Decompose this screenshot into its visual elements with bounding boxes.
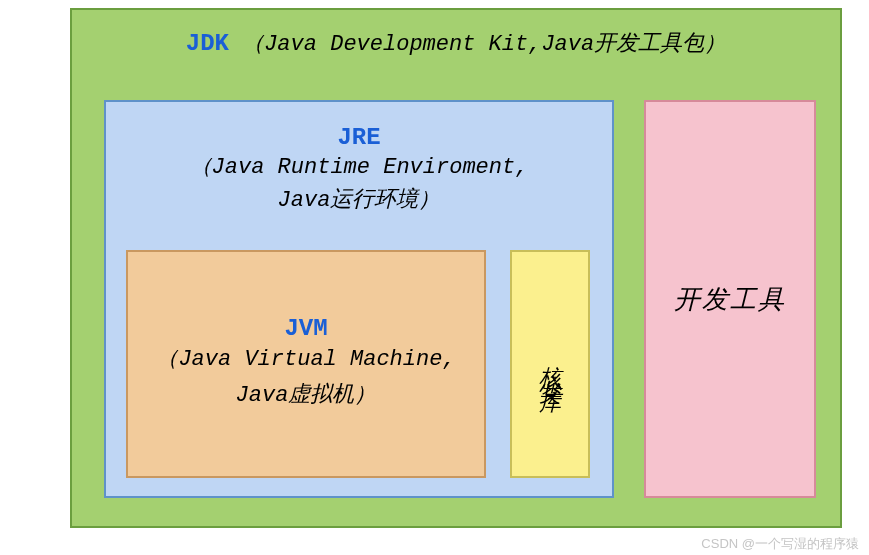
watermark: CSDN @一个写湿的程序猿 [701,535,859,553]
jre-title: JRE （Java Runtime Enviroment, Java运行环境） [106,102,612,217]
jdk-container: JDK （Java Development Kit,Java开发工具包） JRE… [70,8,842,528]
jre-desc-line2: Java运行环境） [106,184,612,217]
jre-container: JRE （Java Runtime Enviroment, Java运行环境） … [104,100,614,498]
jdk-title: JDK （Java Development Kit,Java开发工具包） [72,10,840,58]
corelib-container: 核心类库 [510,250,590,478]
jre-desc-line1: （Java Runtime Enviroment, [106,151,612,184]
jdk-label: JDK [186,30,229,57]
jvm-desc-line2: Java虚拟机） [236,378,377,413]
jdk-desc: （Java Development Kit,Java开发工具包） [242,32,726,57]
devtools-container: 开发工具 [644,100,816,498]
corelib-label: 核心类库 [535,348,565,380]
jvm-container: JVM （Java Virtual Machine, Java虚拟机） [126,250,486,478]
jvm-desc-line1: （Java Virtual Machine, [156,342,455,377]
jre-label: JRE [337,124,380,151]
jvm-label: JVM [284,315,327,342]
devtools-label: 开发工具 [674,282,786,317]
